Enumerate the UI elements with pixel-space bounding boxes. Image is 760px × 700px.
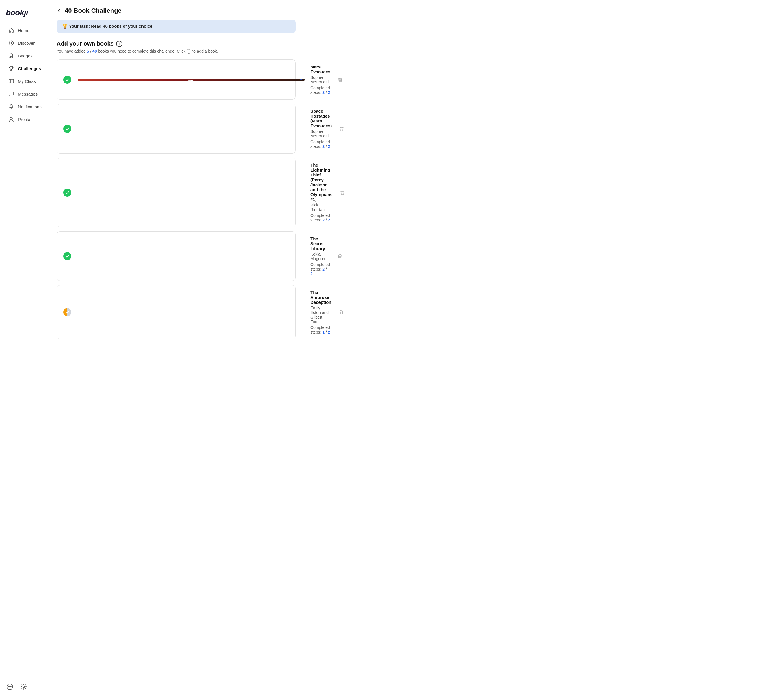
nav-label-profile: Profile [18,117,30,122]
check-status [62,188,72,197]
sidebar-item-badges[interactable]: Badges [2,50,44,62]
book-info-space-hostages: Space Hostages (Mars Evacuees) Sophia Mc… [311,109,332,149]
delete-book-button[interactable] [339,189,346,197]
steps-done: 2 [322,90,325,95]
svg-point-1 [10,54,13,56]
delete-book-button[interactable] [337,125,346,133]
full-check-icon [63,125,71,133]
delete-book-button[interactable] [336,252,344,260]
steps-done: 2 [322,218,325,222]
page-header: 40 Book Challenge [56,7,296,14]
book-title: The Lightning Thief (Percy Jackson and t… [311,162,332,202]
steps-total: 2 [328,90,330,95]
task-banner-text: 🏆 Your task: Read 40 books of your choic… [62,24,153,29]
settings-button[interactable] [20,683,28,691]
books-total-count: 40 [92,49,97,53]
sidebar: bookji Home Discover Badges Challenges M… [0,0,46,700]
message-icon [8,91,14,97]
delete-book-button[interactable] [336,76,344,84]
book-author: Kekla Magoon [311,252,330,261]
nav-label-messages: Messages [18,92,37,97]
book-steps: Completed steps: 2 / 2 [311,213,332,222]
book-steps: Completed steps: 2 / 2 [311,86,330,95]
page-title: 40 Book Challenge [65,7,122,14]
section-title: Add your own books [56,41,114,47]
book-info-mars-evacuees: Mars Evacuees Sophia McDougall Completed… [311,64,330,95]
sidebar-bottom [0,679,46,694]
book-card-lightning-thief: THELIGHTNINGTHIEF The Lightning Thief (P… [56,158,296,227]
sidebar-item-discover[interactable]: Discover [2,37,44,49]
full-check-icon [63,252,71,260]
nav-list: Home Discover Badges Challenges My Class… [0,24,46,679]
add-book-button[interactable]: + [116,41,122,47]
book-card-ambrose-deception: THEAMBROSEDECEPTION The Ambrose Deceptio… [56,285,296,339]
nav-label-myclass: My Class [18,79,36,84]
main-content: 40 Book Challenge 🏆 Your task: Read 40 b… [46,0,306,700]
book-steps: Completed steps: 2 / 2 [311,262,330,276]
delete-book-button[interactable] [337,308,345,316]
book-author: Sophia McDougall [311,75,330,84]
sidebar-item-profile[interactable]: Profile [2,113,44,125]
inline-add-icon: + [187,49,191,54]
person-icon [8,116,14,122]
trophy-icon [8,65,14,72]
check-status [62,75,72,84]
book-info-secret-library: The Secret Library Kekla Magoon Complete… [311,236,330,276]
book-title: Space Hostages (Mars Evacuees) [311,109,332,128]
book-info-ambrose-deception: The Ambrose Deception Emily Ecton and Gi… [311,290,331,334]
check-status [62,124,72,133]
section-header: Add your own books + [56,41,296,47]
compass-icon [8,40,14,46]
steps-done: 2 [322,267,325,272]
book-steps: Completed steps: 1 / 2 [311,325,331,334]
steps-done: 2 [322,144,325,149]
nav-label-home: Home [18,28,30,33]
book-cover-mars-evacuees: MARSEVACUEES [78,78,304,81]
nav-label-discover: Discover [18,41,35,45]
bell-icon [8,103,14,110]
steps-total: 2 [328,218,330,222]
desc-separator: / [89,49,92,53]
svg-rect-2 [9,80,14,83]
full-check-icon [63,189,71,197]
home-icon [8,27,14,33]
task-banner: 🏆 Your task: Read 40 books of your choic… [56,20,296,33]
book-card-secret-library: SECRETLIBRARY The Secret Library Kekla M… [56,231,296,281]
svg-point-3 [10,117,12,120]
section-description: You have added 5 / 40 books you need to … [56,49,296,54]
back-button[interactable] [56,8,62,13]
desc-prefix: You have added [56,49,87,53]
nav-label-badges: Badges [18,53,33,58]
steps-total: 2 [328,330,330,334]
book-title: Mars Evacuees [311,64,330,74]
cover-text: MARSEVACUEES [79,80,303,81]
sidebar-item-home[interactable]: Home [2,24,44,36]
book-title: The Secret Library [311,236,330,251]
sidebar-item-myclass[interactable]: My Class [2,75,44,87]
check-status [62,308,72,317]
book-steps: Completed steps: 2 / 2 [311,139,332,149]
book-author: Emily Ecton and Gilbert Ford [311,306,331,324]
book-card-space-hostages: SPACEHOSTAGES Space Hostages (Mars Evacu… [56,104,296,154]
desc-end: to add a book. [191,49,218,53]
nav-label-challenges: Challenges [18,66,41,71]
check-status [62,252,72,261]
svg-point-7 [23,686,25,688]
app-logo: bookji [0,6,46,24]
sidebar-item-messages[interactable]: Messages [2,88,44,100]
book-title: The Ambrose Deception [311,290,331,305]
half-check-icon [63,308,71,316]
steps-total: 2 [328,144,330,149]
nav-label-notifications: Notifications [18,104,42,109]
book-card-mars-evacuees: MARSEVACUEES Mars Evacuees Sophia McDoug… [56,59,296,100]
sidebar-item-challenges[interactable]: Challenges [2,62,44,75]
book-info-lightning-thief: The Lightning Thief (Percy Jackson and t… [311,162,332,222]
full-check-icon [63,76,71,84]
add-button[interactable] [6,683,14,691]
class-icon [8,78,14,84]
book-author: Sophia McDougall [311,129,332,138]
sidebar-item-notifications[interactable]: Notifications [2,100,44,112]
steps-done: 1 [322,330,325,334]
book-author: Rick Riordan [311,203,332,212]
steps-total: 2 [311,272,313,276]
